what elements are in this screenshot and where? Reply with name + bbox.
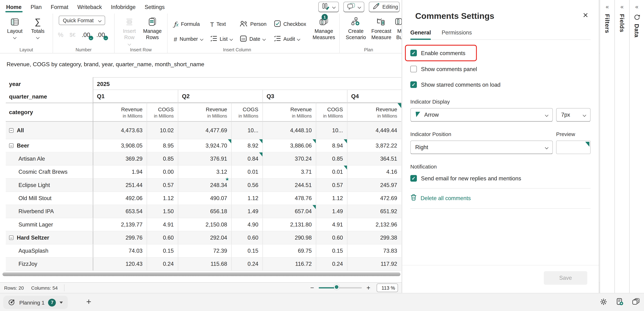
matrix-cell[interactable]: 1.50 xyxy=(146,205,178,218)
quarter-header-q3[interactable]: Q3 xyxy=(262,90,347,103)
matrix-cell[interactable]: 10... xyxy=(316,122,347,139)
measure-header-cell[interactable]: Revenuein Millions xyxy=(93,103,147,122)
tab-general[interactable]: General xyxy=(410,30,431,40)
measure-header-cell[interactable]: COGSin Millions xyxy=(146,103,178,122)
save-button[interactable]: Save xyxy=(544,271,587,285)
currency-format-icon[interactable]: $€ xyxy=(70,32,76,38)
matrix-cell[interactable]: 370.24 xyxy=(262,152,316,166)
comment-indicator-icon[interactable] xyxy=(398,103,401,108)
year-header-cell[interactable]: 2025 xyxy=(93,77,401,90)
comment-indicator-icon[interactable] xyxy=(228,139,231,144)
matrix-cell[interactable]: 492.06 xyxy=(93,192,147,205)
measure-header-cell[interactable]: Revenuein Millions xyxy=(262,103,316,122)
matrix-cell[interactable]: 244.51 xyxy=(262,179,316,192)
matrix-cell[interactable]: 2,131.80 xyxy=(262,218,316,231)
layout-button[interactable]: Layout xyxy=(3,16,26,39)
matrix-cell[interactable]: 653.54 xyxy=(93,205,147,218)
measure-header-cell[interactable]: COGSin Millions xyxy=(231,103,262,122)
editing-mode-button[interactable]: Editing xyxy=(369,2,400,12)
matrix-cell[interactable]: 0.15 xyxy=(231,244,262,258)
matrix-cell[interactable]: 3,908.05 xyxy=(93,139,147,152)
zoom-in-button[interactable]: + xyxy=(365,284,372,292)
field-header-quarter[interactable]: quarter_name xyxy=(6,90,93,103)
matrix-cell[interactable]: 2,150.08 xyxy=(178,218,231,231)
matrix-cell[interactable]: 3,924.70 xyxy=(178,139,231,152)
comment-indicator-icon[interactable] xyxy=(312,205,316,209)
row-label[interactable]: Beer xyxy=(6,139,93,152)
matrix-cell[interactable]: 0.60 xyxy=(316,231,347,244)
matrix-cell[interactable]: 0.56 xyxy=(231,179,262,192)
matrix-cell[interactable]: 2,139.77 xyxy=(93,218,147,231)
matrix-cell[interactable]: 10.02 xyxy=(146,122,178,139)
horizontal-scrollbar[interactable] xyxy=(2,272,400,276)
matrix-cell[interactable]: 0.60 xyxy=(231,231,262,244)
matrix-cell[interactable]: 478.76 xyxy=(262,192,316,205)
matrix-cell[interactable]: 656.18 xyxy=(178,205,231,218)
insert-person-button[interactable]: Person xyxy=(237,18,270,30)
matrix-cell[interactable]: 0.24 xyxy=(146,258,178,271)
collapse-toggle[interactable] xyxy=(9,236,14,240)
matrix-cell[interactable]: 245.97 xyxy=(347,179,401,192)
create-scenario-button[interactable]: Create Scenario xyxy=(343,16,369,41)
comments-dropdown-button[interactable] xyxy=(343,2,364,12)
quarter-header-q1[interactable]: Q1 xyxy=(93,90,178,103)
quick-format-dropdown[interactable]: Quick Format xyxy=(59,16,105,25)
row-label[interactable]: Summit Lager xyxy=(6,218,93,231)
row-label[interactable]: Hard Seltzer xyxy=(6,231,93,244)
percent-format-icon[interactable]: % xyxy=(58,31,64,38)
menu-tab-home[interactable]: Home xyxy=(2,1,26,12)
matrix-cell[interactable]: 657.04 xyxy=(262,205,316,218)
matrix-cell[interactable]: 490.07 xyxy=(178,192,231,205)
manage-measures-button[interactable]: 1 Manage Measures xyxy=(312,16,336,41)
matrix-cell[interactable]: 1.12 xyxy=(231,192,262,205)
comment-indicator-icon[interactable] xyxy=(259,152,262,156)
show-comments-panel-checkbox[interactable] xyxy=(410,66,417,72)
add-sheet-button[interactable]: + xyxy=(86,297,91,306)
matrix-cell[interactable]: 4.16 xyxy=(347,166,401,179)
manage-rows-button[interactable]: Manage Rows xyxy=(141,16,164,41)
insert-number-button[interactable]: # Number xyxy=(171,33,206,45)
matrix-cell[interactable]: 4,449.44 xyxy=(347,122,401,139)
matrix-cell[interactable]: 4,477.69 xyxy=(178,122,231,139)
caret-down-icon[interactable] xyxy=(60,301,63,303)
measure-header-cell[interactable]: Revenuein Millions xyxy=(178,103,231,122)
menu-tab-infobridge[interactable]: Infobridge xyxy=(106,1,140,12)
insert-formula-button[interactable]: ƒx Formula xyxy=(171,18,206,30)
row-label[interactable]: AquaSplash xyxy=(6,244,93,258)
matrix-cell[interactable]: 115.68 xyxy=(178,258,231,271)
matrix-cell[interactable]: 0.57 xyxy=(146,179,178,192)
measure-header-cell[interactable]: COGSin Millions xyxy=(316,103,347,122)
measure-header-cell[interactable]: Revenuein Millions xyxy=(347,103,401,122)
insert-audit-button[interactable]: Audit xyxy=(271,33,309,45)
matrix-cell[interactable]: 0.01 xyxy=(316,166,347,179)
matrix-cell[interactable]: 8.94 xyxy=(316,139,347,152)
send-email-checkbox[interactable]: ✓ xyxy=(410,175,417,182)
insert-row-button[interactable]: Insert Row xyxy=(118,16,141,45)
writeback-style-button[interactable] xyxy=(318,2,339,12)
matrix-cell[interactable]: 0.57 xyxy=(316,179,347,192)
menu-tab-settings[interactable]: Settings xyxy=(140,1,169,12)
insert-list-button[interactable]: List xyxy=(207,33,236,45)
menu-tab-writeback[interactable]: Writeback xyxy=(73,1,106,12)
show-starred-comments-checkbox[interactable]: ✓ xyxy=(410,81,417,88)
matrix-cell[interactable]: 120.43 xyxy=(93,258,147,271)
matrix-cell[interactable]: 0.00 xyxy=(146,166,178,179)
matrix-cell[interactable]: 73.83 xyxy=(347,244,401,258)
matrix-cell[interactable]: 1.49 xyxy=(231,205,262,218)
collapse-toggle[interactable] xyxy=(9,128,14,132)
matrix-cell[interactable]: 2,132.96 xyxy=(347,218,401,231)
matrix-cell[interactable]: 4.91 xyxy=(146,218,178,231)
collapse-toggle[interactable] xyxy=(9,144,14,148)
menu-tab-plan[interactable]: Plan xyxy=(26,1,46,12)
matrix-cell[interactable]: 74.03 xyxy=(93,244,147,258)
matrix-cell[interactable]: 292.04 xyxy=(178,231,231,244)
field-header-year[interactable]: year xyxy=(6,77,93,90)
matrix-cell[interactable]: 4.91 xyxy=(316,218,347,231)
collapsed-panel-filters[interactable]: «Filters xyxy=(600,0,614,293)
matrix-cell[interactable]: 4,448.10 xyxy=(262,122,316,139)
insert-text-button[interactable]: T Text xyxy=(207,18,236,30)
indicator-position-select[interactable]: Right xyxy=(410,140,553,154)
totals-button[interactable]: ∑ Totals xyxy=(26,16,49,39)
matrix-cell[interactable]: 4.90 xyxy=(231,218,262,231)
comment-indicator-icon[interactable] xyxy=(344,166,347,170)
